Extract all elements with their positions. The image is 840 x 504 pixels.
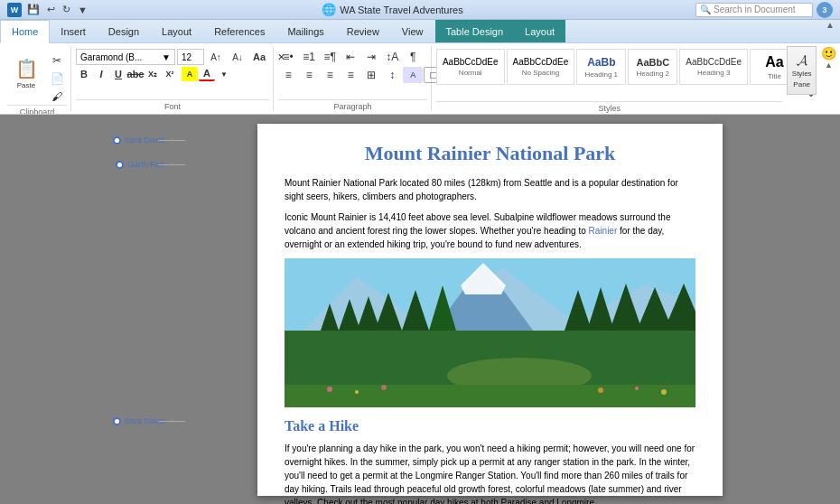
svg-point-20: [327, 387, 332, 392]
styles-pane-icon: 𝓐: [797, 52, 807, 69]
tab-layout[interactable]: Layout: [151, 20, 203, 42]
paragraph-1: Mount Rainier National Park located 80 m…: [285, 176, 695, 203]
comment-line-3: [158, 421, 185, 422]
tab-view[interactable]: View: [391, 20, 435, 42]
title-bar-left: W 💾 ↩ ↻ ▼: [7, 3, 89, 17]
tab-home[interactable]: Home: [0, 20, 50, 43]
customize-icon[interactable]: ▼: [76, 5, 89, 15]
styles-group: AaBbCcDdEe Normal AaBbCcDdEe No Spacing …: [433, 46, 787, 111]
justify-button[interactable]: ≡: [341, 67, 360, 83]
paragraph-group-label: Paragraph: [278, 99, 427, 111]
align-right-button[interactable]: ≡: [320, 67, 340, 83]
font-color-chevron[interactable]: ▼: [216, 67, 232, 81]
title-bar-right: 🔍 Search in Document 3: [695, 2, 833, 18]
redo-icon[interactable]: ↻: [61, 4, 72, 15]
underline-button[interactable]: U: [110, 67, 126, 81]
strikethrough-button[interactable]: abc: [127, 67, 144, 81]
comment-line-1: [158, 140, 185, 141]
undo-icon[interactable]: ↩: [45, 4, 57, 15]
search-icon: 🔍: [700, 5, 711, 14]
style-no-spacing[interactable]: AaBbCcDdEe No Spacing: [507, 49, 575, 85]
font-size-decrease-btn[interactable]: A↓: [228, 49, 247, 65]
align-left-button[interactable]: ≡: [278, 67, 298, 83]
font-group-label: Font: [76, 99, 269, 111]
paste-button[interactable]: 📋 Paste: [7, 49, 45, 98]
comment-dot-garth: [116, 161, 124, 169]
font-size-increase-btn[interactable]: A↑: [206, 49, 226, 65]
multilevel-button[interactable]: ≡¶: [320, 49, 340, 65]
ribbon-content: 📋 Paste ✂ 📄 🖌 Clipboard Garamond (B... ▼: [0, 43, 840, 114]
word-icon: W: [7, 3, 22, 17]
svg-point-21: [355, 390, 359, 394]
copy-button[interactable]: 📄: [47, 70, 67, 87]
hike-paragraph: If you're planning a day hike in the par…: [285, 442, 695, 504]
tab-design[interactable]: Design: [98, 20, 151, 42]
styles-group-label: Styles: [436, 101, 783, 113]
title-bar-center: 🌐 WA State Travel Adventures: [322, 3, 463, 16]
section-title-hike: Take a Hike: [285, 418, 695, 434]
tab-table-design[interactable]: Table Design: [435, 20, 515, 42]
font-color-button[interactable]: A: [199, 67, 215, 81]
main-area: Sara Davis ▼ Garth Fort ▼ Sara Davis ▼ M…: [0, 115, 840, 504]
italic-button[interactable]: I: [93, 67, 109, 81]
numbering-button[interactable]: ≡1: [299, 49, 319, 65]
paragraph-group: ≡• ≡1 ≡¶ ⇤ ⇥ ↕A ¶ ≡ ≡ ≡ ≡ ⊞ ↕ A □: [275, 46, 432, 111]
left-margin: Sara Davis ▼ Garth Fort ▼ Sara Davis ▼: [0, 115, 185, 504]
bold-button[interactable]: B: [76, 67, 92, 81]
svg-point-25: [661, 389, 667, 395]
align-center-button[interactable]: ≡: [299, 67, 319, 83]
ribbon-more-btn[interactable]: ▲: [825, 61, 833, 70]
font-name-selector[interactable]: Garamond (B... ▼: [76, 49, 175, 65]
paragraph-2: Iconic Mount Rainier is 14,410 feet abov…: [285, 210, 695, 251]
font-group: Garamond (B... ▼ 12 A↑ A↓ Aa ✕ B I U abc: [72, 46, 274, 111]
subscript-button[interactable]: X₂: [145, 67, 161, 81]
svg-rect-19: [285, 385, 695, 407]
increase-indent-button[interactable]: ⇥: [361, 49, 381, 65]
tab-review[interactable]: Review: [336, 20, 391, 42]
document-title: Mount Rainier National Park: [285, 142, 695, 165]
park-image: [285, 258, 695, 407]
right-margin: [795, 115, 840, 504]
font-name-chevron: ▼: [162, 52, 171, 62]
doc-page: Mount Rainier National Park Mount Rainie…: [257, 124, 723, 496]
format-painter-button[interactable]: 🖌: [47, 89, 67, 105]
cut-button[interactable]: ✂: [47, 52, 67, 69]
text-highlight-button[interactable]: A: [182, 67, 198, 81]
show-marks-button[interactable]: ¶: [403, 49, 423, 65]
landscape-svg: [285, 258, 695, 407]
search-box[interactable]: 🔍 Search in Document: [695, 3, 813, 17]
svg-point-22: [381, 385, 387, 390]
ribbon-collapse-btn[interactable]: ▲: [820, 20, 840, 42]
style-heading1[interactable]: AaBb Heading 1: [576, 49, 626, 85]
ribbon: Home Insert Design Layout References Mai…: [0, 20, 840, 115]
save-icon[interactable]: 💾: [25, 4, 42, 15]
comment-dot: [113, 136, 121, 145]
style-normal[interactable]: AaBbCcDdEe Normal: [436, 49, 505, 85]
styles-pane-button[interactable]: 𝓐 Styles Pane: [787, 46, 817, 95]
columns-button[interactable]: ⊞: [361, 67, 381, 83]
font-size-selector[interactable]: 12: [177, 49, 204, 65]
svg-point-23: [598, 387, 603, 393]
bullets-button[interactable]: ≡•: [278, 49, 298, 65]
change-case-btn[interactable]: Aa: [249, 49, 269, 65]
line-spacing-button[interactable]: ↕: [382, 67, 402, 83]
search-placeholder: Search in Document: [714, 5, 796, 14]
superscript-button[interactable]: X²: [162, 67, 178, 81]
doc-area: Mount Rainier National Park Mount Rainie…: [185, 115, 795, 504]
tab-references[interactable]: References: [203, 20, 276, 42]
title-bar: W 💾 ↩ ↻ ▼ 🌐 WA State Travel Adventures 🔍…: [0, 0, 840, 20]
comment-line-2: [158, 164, 185, 165]
tab-insert[interactable]: Insert: [50, 20, 98, 42]
app-title: WA State Travel Adventures: [340, 5, 463, 15]
style-heading3[interactable]: AaBbCcDdEe Heading 3: [679, 49, 748, 85]
sort-button[interactable]: ↕A: [382, 49, 402, 65]
wa-icon: 🌐: [322, 3, 336, 16]
tab-mailings[interactable]: Mailings: [276, 20, 335, 42]
ribbon-tab-bar: Home Insert Design Layout References Mai…: [0, 20, 840, 43]
decrease-indent-button[interactable]: ⇤: [341, 49, 360, 65]
tab-table-layout[interactable]: Layout: [514, 20, 565, 42]
shading-button[interactable]: A: [403, 67, 423, 83]
svg-point-24: [635, 387, 639, 390]
style-heading2[interactable]: AaBbC Heading 2: [628, 49, 677, 85]
emoji-button[interactable]: 🙂: [821, 46, 836, 61]
